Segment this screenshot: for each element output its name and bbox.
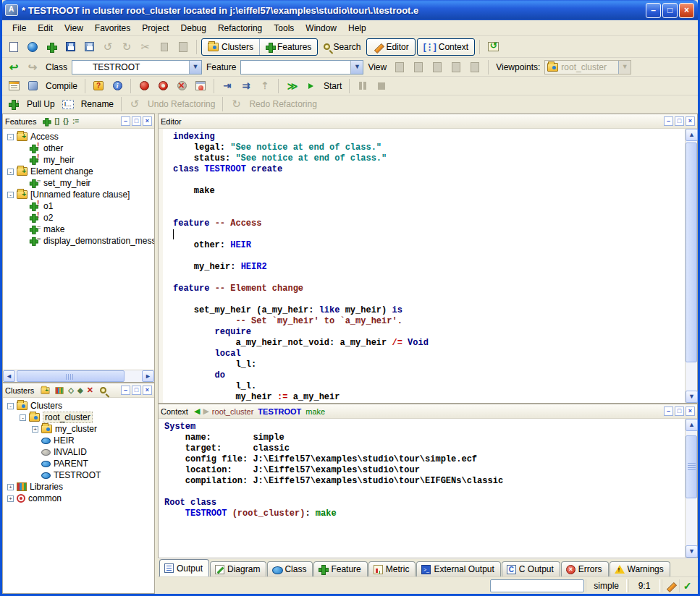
panel-minimize-icon[interactable]: – <box>121 116 130 126</box>
panel-maximize-icon[interactable]: □ <box>132 386 141 395</box>
context-back-icon[interactable]: ◀ <box>194 406 200 416</box>
scroll-down-icon[interactable]: ▼ <box>686 391 698 403</box>
collapse-icon[interactable]: - <box>7 403 14 409</box>
tab-warnings[interactable]: Warnings <box>610 561 670 576</box>
context-tool-button[interactable]: [⋮] Context <box>417 38 475 56</box>
collapse-icon[interactable]: - <box>7 134 14 140</box>
start-icon[interactable] <box>302 78 319 94</box>
search-cluster-icon[interactable] <box>100 387 106 393</box>
remove-icon[interactable]: ✕ <box>87 386 93 395</box>
context-output[interactable]: System name: simple target: classic conf… <box>159 419 685 558</box>
expand-icon[interactable]: + <box>7 484 14 490</box>
panel-close-icon[interactable]: × <box>686 406 695 416</box>
expand-icon[interactable]: + <box>7 495 14 502</box>
clusters-panel-header[interactable]: Clusters + ◇ ◆ ✕ – □ × <box>3 383 154 398</box>
editor-code[interactable]: indexing legal: "See notice at end of cl… <box>159 129 685 403</box>
add-class-icon[interactable]: ◇ <box>68 386 74 394</box>
tree-item-testroot[interactable]: TESTROOT <box>6 469 154 481</box>
enable-breakpoints-icon[interactable] <box>135 78 153 94</box>
title-bar[interactable]: * TESTROOT in cluster root_cluster locat… <box>2 0 698 20</box>
breadcrumb-root-cluster[interactable]: root_cluster <box>212 407 253 416</box>
close-button[interactable]: × <box>679 3 694 18</box>
panel-close-icon[interactable]: × <box>686 116 695 126</box>
tree-item-my-heir[interactable]: !my_heir <box>6 154 154 166</box>
back-icon[interactable]: ↩ <box>5 59 22 75</box>
scroll-right-icon[interactable]: ► <box>142 370 154 382</box>
menu-window[interactable]: Window <box>300 22 342 35</box>
new-library-icon[interactable] <box>56 387 64 394</box>
collapse-icon[interactable]: - <box>7 169 14 175</box>
menu-file[interactable]: File <box>7 22 32 35</box>
editor-panel-header[interactable]: Editor – □ × <box>159 114 697 129</box>
scroll-up-icon[interactable]: ▲ <box>686 129 698 141</box>
search-tool-button[interactable]: Search <box>319 38 365 56</box>
maximize-button[interactable]: □ <box>662 3 678 18</box>
features-tool-button[interactable]: Features <box>259 39 317 55</box>
panel-close-icon[interactable]: × <box>143 116 152 126</box>
tree-item-libraries[interactable]: +Libraries <box>6 481 154 493</box>
pull-up-icon[interactable]: ↑ <box>5 96 22 112</box>
panel-minimize-icon[interactable]: – <box>664 406 673 416</box>
minimize-button[interactable]: – <box>646 3 661 18</box>
feature-combo[interactable]: ▼ <box>240 60 363 74</box>
context-vscrollbar[interactable]: ▲ ▼ <box>685 419 697 558</box>
start-label[interactable]: Start <box>321 81 345 91</box>
save-all-icon[interactable] <box>80 39 98 55</box>
panel-maximize-icon[interactable]: □ <box>675 116 684 126</box>
rename-icon[interactable]: I... <box>59 96 77 112</box>
tree-item-root-cluster[interactable]: -root_cluster <box>6 412 154 423</box>
send-to-external-editor-icon[interactable] <box>484 39 502 55</box>
new-feature-icon[interactable] <box>43 118 51 125</box>
add-project-icon[interactable] <box>43 39 60 55</box>
assigner-icon[interactable]: := <box>72 117 79 125</box>
editor-vscrollbar[interactable]: ▲ ▼ <box>685 129 697 403</box>
clause-sort-icon[interactable]: {} <box>63 117 69 125</box>
disable-breakpoints-icon[interactable] <box>154 78 172 94</box>
panel-minimize-icon[interactable]: – <box>121 386 130 395</box>
compile-label[interactable]: Compile <box>43 81 80 91</box>
tree-item-clusters[interactable]: -Clusters <box>6 400 154 412</box>
add-item-icon[interactable]: ◆ <box>77 386 83 394</box>
tab-metric[interactable]: Metric <box>368 561 416 576</box>
tab-external-output[interactable]: >_External Output <box>416 561 500 576</box>
tree-item-parent[interactable]: PARENT <box>6 458 154 469</box>
step-into-icon[interactable]: ⇥ <box>219 78 236 94</box>
compile-help-icon[interactable]: ? <box>90 78 107 94</box>
alphabetical-sort-icon[interactable]: [] <box>54 117 59 125</box>
tree-item-unnamed-feature-clause[interactable]: -+[Unnamed feature clause] <box>6 189 154 200</box>
menu-debug[interactable]: Debug <box>175 22 212 35</box>
menu-favorites[interactable]: Favorites <box>89 22 136 35</box>
panel-maximize-icon[interactable]: □ <box>132 116 141 126</box>
pull-up-label[interactable]: Pull Up <box>24 99 58 109</box>
tree-item-my-cluster[interactable]: +my_cluster <box>6 423 154 435</box>
context-panel-header[interactable]: Context ◀ ▶ root_clusterTESTROOTmake – □… <box>159 404 697 419</box>
open-icon[interactable] <box>24 39 41 55</box>
class-combo[interactable]: TESTROOT ▼ <box>72 60 202 74</box>
new-cluster-icon[interactable]: + <box>41 387 50 394</box>
tab-output[interactable]: Output <box>159 559 209 576</box>
features-panel-header[interactable]: Features [] {} := – □ × <box>3 114 154 129</box>
melt-icon[interactable] <box>24 78 41 94</box>
chevron-down-icon[interactable]: ▼ <box>350 61 363 74</box>
tree-item-display-demonstration-messa[interactable]: =display_demonstration_messa <box>6 235 154 247</box>
menu-view[interactable]: View <box>59 22 89 35</box>
scroll-up-icon[interactable]: ▲ <box>686 419 698 431</box>
tab-errors[interactable]: ×Errors <box>561 561 609 576</box>
tree-item-common[interactable]: +common <box>6 493 154 504</box>
menu-tools[interactable]: Tools <box>268 22 300 35</box>
tab-diagram[interactable]: Diagram <box>210 561 266 576</box>
features-hscrollbar[interactable]: ◄ ► <box>3 370 154 382</box>
collapse-icon[interactable]: - <box>7 192 14 198</box>
panel-minimize-icon[interactable]: – <box>664 116 673 126</box>
panel-close-icon[interactable]: × <box>143 386 152 395</box>
edit-mode-icon[interactable] <box>662 579 678 592</box>
tree-item-invalid[interactable]: INVALID <box>6 446 154 458</box>
tab-c-output[interactable]: CC Output <box>502 561 560 576</box>
tree-item-heir[interactable]: HEIR <box>6 435 154 446</box>
tree-item-other[interactable]: !other <box>6 142 154 154</box>
rename-label[interactable]: Rename <box>78 99 117 109</box>
clusters-tool-button[interactable]: Clusters <box>202 39 259 55</box>
menu-edit[interactable]: Edit <box>32 22 59 35</box>
menu-help[interactable]: Help <box>342 22 372 35</box>
breadcrumb-testroot[interactable]: TESTROOT <box>258 407 301 416</box>
